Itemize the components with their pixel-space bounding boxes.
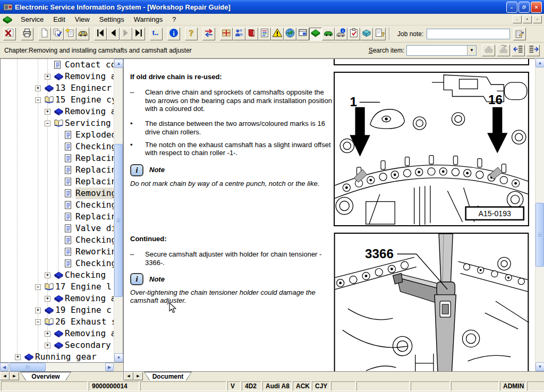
swap-arrows-button[interactable]: [202, 28, 215, 40]
search-item-input[interactable]: [407, 46, 467, 55]
tree-item-label[interactable]: Removing: [75, 188, 116, 199]
info-button[interactable]: i: [167, 28, 180, 40]
tree-vertical-scrollbar[interactable]: ▲ ▼: [114, 59, 123, 362]
topic-previous-button[interactable]: [512, 45, 525, 56]
globe-button[interactable]: [284, 28, 296, 40]
scroll-left-icon[interactable]: ◀: [0, 363, 8, 371]
tree-item[interactable]: Checking: [1, 141, 123, 152]
window-flag-button[interactable]: [296, 28, 309, 40]
new-note-button[interactable]: [64, 28, 76, 40]
menu-help[interactable]: ?: [167, 14, 181, 24]
tree-item[interactable]: +Checking: [1, 269, 123, 281]
job-note-input[interactable]: [427, 29, 510, 39]
search-binoculars-button[interactable]: [482, 45, 495, 56]
tree-item-label[interactable]: Checking: [75, 234, 116, 246]
search-item-combobox[interactable]: ▼: [406, 45, 477, 56]
expand-icon[interactable]: +: [45, 343, 50, 348]
menu-warnings[interactable]: Warnings: [129, 14, 167, 24]
expand-icon[interactable]: +: [45, 296, 50, 302]
tab-scroll-left-icon[interactable]: ◀: [124, 372, 133, 380]
expand-icon[interactable]: +: [15, 354, 21, 360]
tree-item-label[interactable]: Exploded: [75, 129, 116, 141]
green-car-button[interactable]: [322, 28, 335, 40]
tree-item-label[interactable]: Checking: [75, 141, 116, 152]
tree-item[interactable]: Valve di: [1, 223, 123, 234]
tree-item[interactable]: +13 Enginecr: [1, 82, 123, 94]
tree-item-label[interactable]: Replacin: [75, 164, 116, 176]
restore-button[interactable]: [518, 2, 530, 13]
warning-button[interactable]: [271, 28, 284, 40]
vehicle-button[interactable]: [76, 28, 89, 40]
expand-icon[interactable]: +: [45, 109, 50, 115]
tree-item-label[interactable]: Running gear: [35, 351, 97, 363]
menu-service[interactable]: Service: [16, 14, 48, 24]
nav-next-button[interactable]: [120, 28, 132, 40]
collapse-icon[interactable]: −: [35, 97, 41, 103]
expand-icon[interactable]: +: [45, 272, 50, 278]
tree-item[interactable]: +Removing a: [1, 328, 123, 339]
new-document-button[interactable]: [38, 28, 51, 40]
tree-item[interactable]: Checking: [1, 199, 123, 211]
tree-item[interactable]: +Secondary: [1, 339, 123, 351]
close-button[interactable]: [531, 2, 542, 13]
tree-item-label[interactable]: 13 Enginecr: [55, 82, 112, 94]
document-vertical-scrollbar[interactable]: ▲ ▼: [535, 58, 544, 371]
car-info-button[interactable]: i: [335, 28, 347, 40]
scroll-down-icon[interactable]: ▼: [114, 353, 123, 362]
exit-button[interactable]: [3, 28, 16, 40]
tree-item-label[interactable]: Checking: [75, 258, 116, 269]
text-tool-button[interactable]: t..: [150, 28, 163, 40]
users-button[interactable]: [233, 28, 245, 40]
nav-first-button[interactable]: [94, 28, 107, 40]
menu-settings[interactable]: Settings: [95, 14, 129, 24]
tree-horizontal-scrollbar[interactable]: ◀ ▶: [0, 363, 114, 371]
help-button[interactable]: ?: [185, 28, 198, 40]
tree-item-label[interactable]: 26 Exhaust s: [55, 316, 117, 328]
tab-document[interactable]: Document: [144, 372, 192, 380]
menu-edit[interactable]: Edit: [48, 14, 70, 24]
mdi-restore-button[interactable]: [523, 15, 532, 23]
tree-item[interactable]: Reworkin: [1, 246, 123, 258]
green-book-button[interactable]: [309, 28, 322, 40]
expand-icon[interactable]: +: [45, 331, 50, 337]
tree-item[interactable]: Checking: [1, 258, 123, 269]
tree-item-label[interactable]: Replacin: [75, 176, 116, 188]
tree-item-label[interactable]: Secondary: [65, 339, 111, 351]
combo-dropdown-arrow-icon[interactable]: ▼: [467, 46, 476, 55]
tree-item-label[interactable]: Valve di: [75, 223, 116, 234]
package-button[interactable]: [220, 28, 233, 40]
tree-item[interactable]: Exploded: [1, 129, 123, 141]
tab-scroll-right-icon[interactable]: ▶: [133, 372, 143, 380]
tree-item-label[interactable]: Removing a: [65, 328, 116, 339]
tree-item[interactable]: −17 Engine l: [1, 281, 123, 293]
tree-item[interactable]: −15 Engine cy: [1, 94, 123, 106]
tree-item-label[interactable]: Replacin: [75, 211, 116, 223]
tree-item-label[interactable]: 17 Engine l: [55, 281, 112, 293]
tree-item-label[interactable]: Replacin: [75, 152, 116, 164]
tree-item[interactable]: Checking: [1, 234, 123, 246]
tree-item[interactable]: Replacin: [1, 152, 123, 164]
tab-scroll-right-icon[interactable]: ▶: [10, 372, 19, 380]
scroll-down-icon[interactable]: ▼: [536, 362, 544, 371]
tree-item-label[interactable]: Removing a: [65, 71, 116, 82]
minimize-button[interactable]: [506, 2, 517, 13]
mdi-close-button[interactable]: [533, 15, 542, 23]
clipboard-check-button[interactable]: [347, 28, 360, 40]
tree-item[interactable]: +Removing a: [1, 71, 123, 82]
tree-item[interactable]: +Running gear: [1, 351, 123, 363]
collapse-icon[interactable]: −: [35, 319, 41, 325]
tree-item-label[interactable]: 15 Engine cy: [55, 94, 117, 106]
nav-last-button[interactable]: [132, 28, 145, 40]
list-document-button[interactable]: [258, 28, 271, 40]
red-book-button[interactable]: [245, 28, 258, 40]
collapse-icon[interactable]: −: [45, 121, 50, 126]
scroll-up-icon[interactable]: ▲: [114, 59, 123, 68]
tree-item[interactable]: −26 Exhaust s: [1, 316, 123, 328]
tree-item-label[interactable]: Removing a: [65, 293, 116, 304]
menu-view[interactable]: View: [70, 14, 95, 24]
nav-previous-button[interactable]: [107, 28, 120, 40]
tree-item-label[interactable]: Servicing: [65, 117, 111, 129]
expand-icon[interactable]: +: [35, 308, 41, 313]
expand-icon[interactable]: +: [35, 86, 41, 91]
tree-item-label[interactable]: Contact co: [65, 59, 116, 71]
